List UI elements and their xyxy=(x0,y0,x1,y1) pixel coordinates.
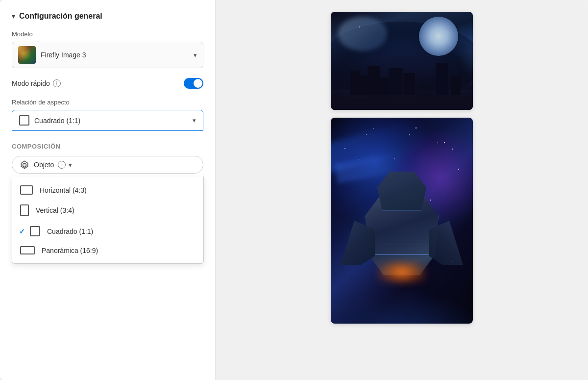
aspect-option-horizontal[interactable]: Horizontal (4:3) xyxy=(12,180,203,200)
section-title: Configuración general xyxy=(19,12,102,21)
aspect-option-square[interactable]: ✓ Cuadrado (1:1) xyxy=(12,221,203,241)
space-image-1 xyxy=(331,12,473,110)
horizontal-label: Horizontal (4:3) xyxy=(40,186,87,194)
right-panel xyxy=(216,0,588,380)
panoramic-icon xyxy=(20,246,35,254)
spaceship xyxy=(341,157,463,294)
model-label: Modelo xyxy=(12,30,203,38)
composition-title: Composición xyxy=(12,143,60,150)
model-select[interactable]: Firefly Image 3 ▾ xyxy=(12,42,203,68)
model-thumbnail xyxy=(18,46,36,64)
square-label: Cuadrado (1:1) xyxy=(47,228,93,235)
composition-header: Composición xyxy=(12,143,203,150)
composition-type-icon xyxy=(19,159,30,170)
left-panel: ▾ Configuración general Modelo Firefly I… xyxy=(0,0,216,380)
composition-section: Composición Objeto i ▾ xyxy=(12,143,203,174)
image-card-1[interactable] xyxy=(331,12,473,110)
rapid-mode-toggle[interactable] xyxy=(184,78,203,89)
composition-type-label: Objeto xyxy=(34,161,54,169)
aspect-option-vertical[interactable]: Vertical (3:4) xyxy=(12,200,203,221)
app-container: ▾ Configuración general Modelo Firefly I… xyxy=(0,0,588,380)
collapse-icon[interactable]: ▾ xyxy=(12,12,15,20)
panoramic-label: Panorámica (16:9) xyxy=(42,247,98,254)
vertical-icon xyxy=(20,204,29,216)
section-header: ▾ Configuración general xyxy=(12,12,203,21)
square-icon xyxy=(30,226,40,236)
composition-info-icon[interactable]: i xyxy=(58,161,66,169)
selected-checkmark-icon: ✓ xyxy=(18,228,26,235)
horizontal-icon xyxy=(20,185,33,195)
aspect-option-panoramic[interactable]: Panorámica (16:9) xyxy=(12,241,203,259)
rapid-mode-row: Modo rápido i xyxy=(12,78,203,89)
composition-controls[interactable]: Objeto i ▾ xyxy=(12,156,203,174)
aspect-chevron-icon: ▾ xyxy=(193,117,196,124)
aspect-square-icon xyxy=(19,115,29,126)
space-image-2 xyxy=(331,118,473,324)
aspect-ratio-value: Cuadrado (1:1) xyxy=(34,117,80,125)
image-card-2[interactable] xyxy=(331,118,473,324)
composition-chevron-icon[interactable]: ▾ xyxy=(69,161,72,169)
aspect-ratio-dropdown: Horizontal (4:3) Vertical (3:4) ✓ Cuadra… xyxy=(12,177,204,264)
aspect-ratio-select[interactable]: Cuadrado (1:1) ▾ xyxy=(12,110,203,131)
rapid-mode-info-icon[interactable]: i xyxy=(53,79,61,87)
rapid-mode-label: Modo rápido xyxy=(12,79,50,87)
aspect-ratio-label: Relación de aspecto xyxy=(12,99,203,106)
vertical-label: Vertical (3:4) xyxy=(36,206,74,214)
model-chevron-icon: ▾ xyxy=(194,51,197,59)
model-name: Firefly Image 3 xyxy=(41,51,86,59)
